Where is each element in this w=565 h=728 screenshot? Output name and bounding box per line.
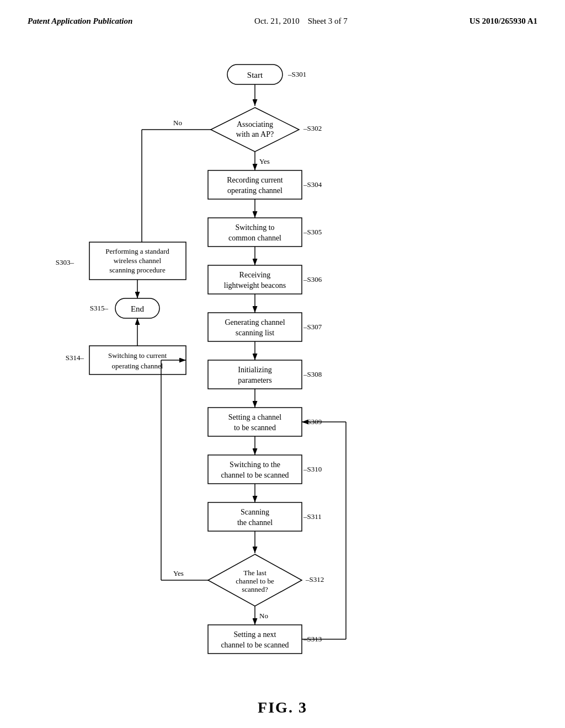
node-S305: Switching to common channel <box>208 218 302 247</box>
svg-text:Switching to the: Switching to the <box>230 461 280 469</box>
yes-label-2: Yes <box>173 569 184 577</box>
svg-rect-7 <box>208 170 302 199</box>
flowchart-container: Start –S301 Associating with an AP? –S30… <box>34 48 531 688</box>
svg-text:Setting a next: Setting a next <box>234 630 276 639</box>
patent-number: US 2010/265930 A1 <box>470 17 537 25</box>
header: Patent Application Publication Oct. 21, … <box>28 17 537 26</box>
svg-text:scanning procedure: scanning procedure <box>109 266 166 274</box>
label-S301: –S301 <box>287 70 306 78</box>
svg-text:channel to be: channel to be <box>236 577 274 585</box>
no-label-1: No <box>173 119 182 127</box>
node-S309: Setting a channel to be scanned <box>208 408 302 436</box>
svg-text:End: End <box>131 304 145 313</box>
sheet-info: Sheet 3 of 7 <box>308 17 348 25</box>
publication-title: Patent Application Publication <box>28 17 132 25</box>
svg-rect-10 <box>208 218 302 247</box>
label-S303: S303– <box>56 258 74 266</box>
svg-rect-19 <box>208 360 302 389</box>
label-S308: –S308 <box>303 370 322 378</box>
svg-text:Generating channel: Generating channel <box>225 318 285 326</box>
no-label-2: No <box>259 612 268 620</box>
svg-text:Switching to current: Switching to current <box>108 351 167 360</box>
page: Patent Application Publication Oct. 21, … <box>0 0 565 728</box>
svg-rect-28 <box>208 502 302 531</box>
label-S304: –S304 <box>303 180 322 189</box>
svg-text:parameters: parameters <box>238 376 271 384</box>
node-S313: Setting a next channel to be scanned <box>208 625 302 654</box>
label-S305: –S305 <box>303 228 322 236</box>
svg-text:Switching to: Switching to <box>235 223 274 232</box>
flowchart-svg: Start –S301 Associating with an AP? –S30… <box>45 48 520 688</box>
publication-date: Oct. 21, 2010 <box>254 17 300 25</box>
label-S306: –S306 <box>303 275 322 283</box>
svg-text:Performing a standard: Performing a standard <box>105 247 169 255</box>
label-S311: –S311 <box>303 512 322 521</box>
svg-rect-13 <box>208 265 302 294</box>
svg-rect-25 <box>208 455 302 484</box>
svg-text:common channel: common channel <box>228 234 281 242</box>
node-S315: End <box>115 298 159 318</box>
header-center: Oct. 21, 2010 Sheet 3 of 7 <box>254 17 348 26</box>
label-S314: S314– <box>66 354 84 362</box>
svg-text:operating channel: operating channel <box>227 186 282 195</box>
svg-text:lightweight beacons: lightweight beacons <box>224 281 286 290</box>
svg-marker-4 <box>211 108 299 152</box>
header-right: US 2010/265930 A1 <box>470 17 537 26</box>
node-S312: The last channel to be scanned? <box>208 554 302 606</box>
svg-text:wireless channel: wireless channel <box>114 256 162 265</box>
svg-text:The last: The last <box>243 569 266 577</box>
label-S307: –S307 <box>303 323 322 331</box>
label-S302: –S302 <box>303 124 322 132</box>
svg-rect-22 <box>208 408 302 436</box>
figure-label: FIG. 3 <box>28 699 537 716</box>
svg-text:operating channel: operating channel <box>112 362 163 370</box>
svg-text:Scanning: Scanning <box>241 508 269 516</box>
label-S310: –S310 <box>303 465 322 473</box>
svg-text:to be scanned: to be scanned <box>234 424 276 432</box>
yes-label-1: Yes <box>259 157 270 165</box>
node-S303: Performing a standard wireless channel s… <box>89 242 186 280</box>
svg-rect-16 <box>208 313 302 341</box>
node-S308: Initializing parameters <box>208 360 302 389</box>
svg-text:Receiving: Receiving <box>239 271 271 279</box>
node-S307: Generating channel scanning list <box>208 313 302 341</box>
svg-text:with an AP?: with an AP? <box>236 130 274 138</box>
svg-text:Recording current: Recording current <box>227 176 283 184</box>
node-S306: Receiving lightweight beacons <box>208 265 302 294</box>
svg-text:scanned?: scanned? <box>242 585 268 593</box>
svg-text:scanning list: scanning list <box>236 329 274 337</box>
svg-text:the channel: the channel <box>237 518 273 527</box>
label-S315: S315– <box>90 304 109 312</box>
svg-text:Setting a channel: Setting a channel <box>228 413 282 421</box>
svg-text:Start: Start <box>247 71 263 79</box>
node-S301: Start <box>227 65 282 84</box>
svg-text:channel to be scanned: channel to be scanned <box>221 471 289 479</box>
node-S304: Recording current operating channel <box>208 170 302 199</box>
label-S312: –S312 <box>305 575 324 584</box>
svg-text:channel to be scanned: channel to be scanned <box>221 641 289 649</box>
node-S311: Scanning the channel <box>208 502 302 531</box>
svg-text:Initializing: Initializing <box>238 366 271 374</box>
svg-text:Associating: Associating <box>237 120 273 129</box>
node-S310: Switching to the channel to be scanned <box>208 455 302 484</box>
header-left: Patent Application Publication <box>28 17 132 26</box>
node-S302: Associating with an AP? <box>211 108 299 152</box>
svg-rect-35 <box>208 625 302 654</box>
